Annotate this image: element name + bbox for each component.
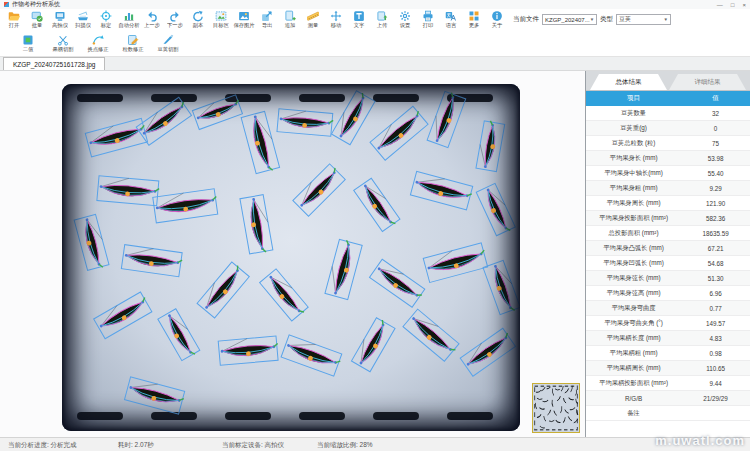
image-canvas[interactable]: [0, 71, 585, 437]
row-item-value: 149.57: [681, 316, 750, 330]
toolbar-button-export[interactable]: 导出: [255, 10, 278, 31]
toolbar-button-target-area[interactable]: 目标区: [209, 10, 232, 31]
toolbar-button-settings[interactable]: 设置: [393, 10, 416, 31]
navigator-thumbnail[interactable]: [532, 383, 580, 433]
toolbar-button-language[interactable]: 语言: [439, 10, 462, 31]
row-item-label: 豆荚重(g): [586, 121, 681, 135]
pod-detection: [94, 291, 153, 338]
toolbar-button-save-image[interactable]: 保存图片: [232, 10, 255, 31]
pod-detection: [241, 111, 280, 174]
pod-detection: [460, 328, 516, 377]
row-item-label: 平均果身弯曲夹角 (°): [586, 316, 681, 330]
maximize-button[interactable]: □: [731, 2, 735, 8]
toolbar-button-label: 目标区: [213, 22, 229, 30]
toolbar-button-label: 副本: [192, 22, 203, 30]
analyzed-photo[interactable]: [62, 84, 520, 431]
minimize-button[interactable]: —: [717, 2, 723, 8]
toolbar-button-label: 追加: [284, 22, 295, 30]
pod-detection: [483, 260, 520, 315]
toolbar-button-label: 上传: [376, 22, 387, 30]
upload-icon: [376, 10, 388, 22]
row-item-label: 平均果身长 (mm): [586, 151, 681, 165]
knife-icon: [162, 34, 174, 46]
toolbar-button-doc-camera[interactable]: 高拍仪: [48, 10, 71, 31]
language-icon: [445, 10, 457, 22]
document-tab[interactable]: KZGP_20240725161728.jpg: [3, 57, 105, 70]
binary-icon: [22, 34, 34, 46]
row-item-label: 平均果身中轴长(mm): [586, 166, 681, 180]
row-item-value: 75: [681, 136, 750, 150]
title-bar: 作物考种分析系统 — □ ×: [0, 0, 750, 9]
row-item-label: 平均果身投影面积 (mm²): [586, 211, 681, 225]
status-elapsed: 耗时: 2.07秒: [118, 441, 154, 450]
row-item-label: 豆荚数量: [586, 106, 681, 120]
row-item-value: 4.83: [681, 331, 750, 345]
toolbar-button-move[interactable]: 移动: [324, 10, 347, 31]
refresh-icon: [192, 10, 204, 22]
toolbar-button-duplicate[interactable]: 副本: [186, 10, 209, 31]
toolbar-button-count-fix[interactable]: 粒数修正: [118, 34, 148, 55]
row-item-value: 9.29: [681, 181, 750, 195]
header-value-column: 值: [681, 91, 750, 106]
watermark: m.uwatl.com: [655, 433, 745, 448]
type-combobox[interactable]: 豆荚 ▼: [616, 14, 671, 25]
row-item-label: 平均果柄粗 (mm): [586, 346, 681, 360]
toolbar-button-label: 打开: [8, 22, 19, 30]
pod-detection: [124, 377, 185, 415]
table-row: 平均果身弯曲度0.77: [586, 301, 750, 316]
toolbar-button-print[interactable]: 打印: [416, 10, 439, 31]
info-icon: [491, 10, 503, 22]
toolbar-button-append[interactable]: 追加: [278, 10, 301, 31]
pod-detection: [351, 317, 395, 372]
results-panel: 总体结果详细结果 项目 值 豆荚数量32豆荚重(g)0豆荚总粒数 (粒)75平均…: [585, 71, 750, 437]
table-row: 平均果柄长度 (mm)4.83: [586, 331, 750, 346]
row-item-value: 110.65: [681, 361, 750, 375]
toolbar-button-calibrate[interactable]: 标定: [94, 10, 117, 31]
toolbar-button-next-step[interactable]: 下一步: [163, 10, 186, 31]
pod-detection: [277, 109, 334, 137]
close-button[interactable]: ×: [742, 2, 746, 8]
toolbar-button-pod-cut[interactable]: 豆荚切割: [153, 34, 183, 55]
type-label: 类型: [600, 15, 613, 24]
toolbar-button-auto-analyze[interactable]: 自动分析: [117, 10, 140, 31]
current-file-combobox[interactable]: KZGP_202407... ▼: [542, 14, 597, 25]
toolbar-button-open[interactable]: 打开: [2, 10, 25, 31]
row-item-value: 121.90: [681, 196, 750, 210]
results-tab-bar: 总体结果详细结果: [586, 71, 750, 91]
toolbar-button-stem-cut[interactable]: 果柄切割: [48, 34, 78, 55]
printer-icon: [422, 10, 434, 22]
toolbar-button-prev-step[interactable]: 上一步: [140, 10, 163, 31]
pod-detection: [354, 178, 401, 232]
toolbar-button-label: 批量: [31, 22, 42, 30]
pod-detection: [369, 259, 425, 308]
toolbar-button-point-fix[interactable]: 换点修正: [83, 34, 113, 55]
pod-detection: [97, 176, 160, 206]
pod-detection: [218, 336, 279, 365]
table-row: 平均果身投影面积 (mm²)582.36: [586, 211, 750, 226]
table-row: 平均果身周长 (mm)121.90: [586, 196, 750, 211]
toolbar-button-scanner[interactable]: 扫描仪: [71, 10, 94, 31]
pod-detection: [293, 163, 346, 216]
toolbar-button-label: 豆荚切割: [157, 46, 178, 54]
toolbar-button-label: 高拍仪: [52, 22, 68, 30]
toolbar-button-about[interactable]: 关于: [485, 10, 508, 31]
row-item-value: 0.77: [681, 301, 750, 315]
toolbar-button-upload[interactable]: 上传: [370, 10, 393, 31]
toolbar-button-batch[interactable]: 批量: [25, 10, 48, 31]
toolbar-button-text[interactable]: 文字: [347, 10, 370, 31]
row-item-label: 平均果身粗 (mm): [586, 181, 681, 195]
main-toolbar: 打开批量高拍仪扫描仪标定自动分析上一步下一步副本目标区保存图片导出追加测量移动文…: [0, 9, 750, 32]
toolbar-button-more[interactable]: 更多: [462, 10, 485, 31]
thumbnail-graphics: [533, 384, 579, 432]
pod-detection: [158, 309, 200, 362]
document-tab-bar: KZGP_20240725161728.jpg: [0, 57, 750, 71]
toolbar-button-binarize[interactable]: 二值: [13, 34, 43, 55]
row-item-value: 32: [681, 106, 750, 120]
results-tab-detail[interactable]: 详细结果: [669, 74, 746, 90]
toolbar-button-label: 换点修正: [87, 46, 108, 54]
table-row: 平均果身凸弧长 (mm)67.21: [586, 241, 750, 256]
toolbar-button-measure[interactable]: 测量: [301, 10, 324, 31]
results-tab-overall[interactable]: 总体结果: [590, 74, 667, 90]
row-item-label: 平均果柄周长 (mm): [586, 361, 681, 375]
toolbar-button-label: 测量: [307, 22, 318, 30]
